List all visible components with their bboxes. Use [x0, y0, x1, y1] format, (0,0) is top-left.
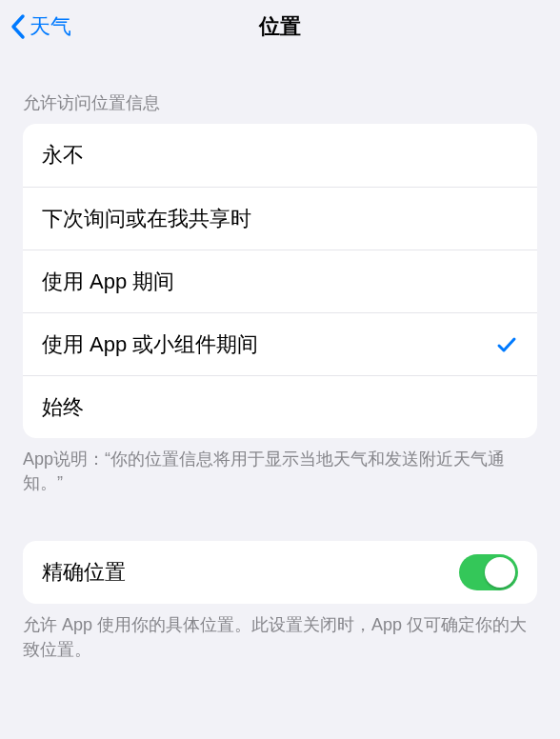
spacer: [0, 495, 560, 541]
back-label: 天气: [30, 12, 71, 41]
option-label: 始终: [42, 393, 84, 422]
app-explanation-footer: App说明：“你的位置信息将用于显示当地天气和发送附近天气通知。”: [0, 438, 560, 495]
option-while-using-app-or-widgets[interactable]: 使用 App 或小组件期间: [23, 312, 537, 375]
page-title: 位置: [259, 12, 301, 41]
option-label: 下次询问或在我共享时: [42, 205, 251, 233]
chevron-left-icon: [10, 13, 26, 40]
option-while-using-app[interactable]: 使用 App 期间: [23, 250, 537, 312]
switch-knob: [485, 557, 515, 588]
precise-location-group: 精确位置: [23, 541, 537, 604]
location-access-group: 永不 下次询问或在我共享时 使用 App 期间 使用 App 或小组件期间 始终: [23, 124, 537, 438]
precise-location-footer: 允许 App 使用你的具体位置。此设置关闭时，App 仅可确定你的大致位置。: [0, 604, 560, 661]
option-label: 使用 App 或小组件期间: [42, 330, 258, 359]
checkmark-icon: [495, 333, 518, 356]
location-access-header: 允许访问位置信息: [0, 53, 560, 124]
option-label: 使用 App 期间: [42, 268, 174, 296]
option-label: 永不: [42, 141, 84, 170]
option-never[interactable]: 永不: [23, 124, 537, 187]
precise-location-toggle[interactable]: [459, 554, 518, 590]
option-ask-next-time[interactable]: 下次询问或在我共享时: [23, 187, 537, 250]
navigation-bar: 天气 位置: [0, 0, 560, 53]
precise-location-row: 精确位置: [23, 541, 537, 604]
back-button[interactable]: 天气: [10, 12, 71, 41]
option-always[interactable]: 始终: [23, 375, 537, 438]
precise-location-label: 精确位置: [42, 558, 126, 587]
